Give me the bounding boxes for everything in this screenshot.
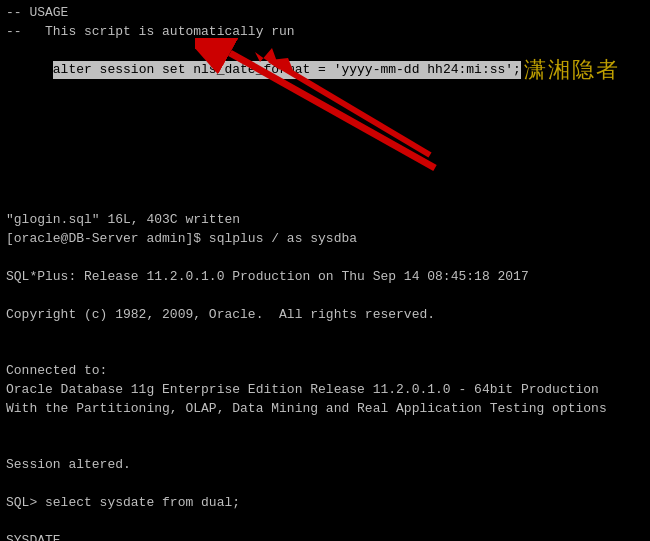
line-8	[6, 174, 644, 193]
line-18: Connected to:	[6, 362, 644, 381]
line-22	[6, 437, 644, 456]
line-27: SYSDATE	[6, 532, 644, 541]
line-2: -- This script is automatically run	[6, 23, 644, 42]
line-21	[6, 419, 644, 438]
line-20: With the Partitioning, OLAP, Data Mining…	[6, 400, 644, 419]
line-4	[6, 98, 644, 117]
line-1: -- USAGE	[6, 4, 644, 23]
line-14	[6, 287, 644, 306]
terminal-window: -- USAGE -- This script is automatically…	[0, 0, 650, 541]
line-25: SQL> select sysdate from dual;	[6, 494, 644, 513]
line-7	[6, 155, 644, 174]
line-15: Copyright (c) 1982, 2009, Oracle. All ri…	[6, 306, 644, 325]
line-26	[6, 513, 644, 532]
line-17	[6, 343, 644, 362]
highlight-text: alter session set nls_date_format = 'yyy…	[53, 61, 521, 80]
line-19: Oracle Database 11g Enterprise Edition R…	[6, 381, 644, 400]
line-6	[6, 136, 644, 155]
line-9	[6, 192, 644, 211]
line-23: Session altered.	[6, 456, 644, 475]
terminal-output: -- USAGE -- This script is automatically…	[6, 4, 644, 541]
line-11: [oracle@DB-Server admin]$ sqlplus / as s…	[6, 230, 644, 249]
line-16	[6, 324, 644, 343]
line-10: "glogin.sql" 16L, 403C written	[6, 211, 644, 230]
line-24	[6, 475, 644, 494]
line-5	[6, 117, 644, 136]
line-12	[6, 249, 644, 268]
line-13: SQL*Plus: Release 11.2.0.1.0 Production …	[6, 268, 644, 287]
line-3-highlight: alter session set nls_date_format = 'yyy…	[6, 42, 644, 99]
